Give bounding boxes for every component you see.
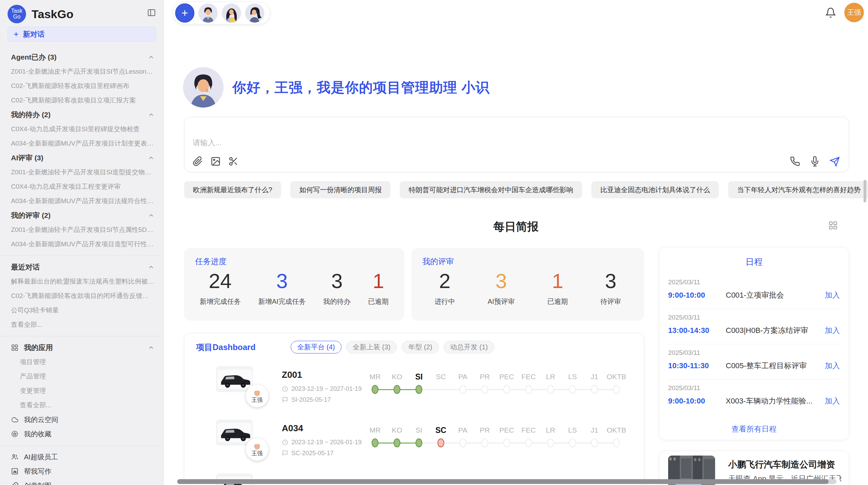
app-item[interactable]: 项目管理 (0, 355, 164, 369)
view-all-schedule-link[interactable]: 查看所有日程 (659, 424, 849, 434)
milestone-label: OKTB (605, 424, 627, 436)
layout-grid-icon[interactable] (828, 221, 838, 230)
suggestion-chip[interactable]: 欧洲新规最近颁布了什么? (184, 181, 281, 198)
sidebar-recent: 最近对话解释最新出台的欧盟报废车法规再生塑料比例被调至15%...C02-飞腾新… (0, 260, 164, 332)
stat: 1已逾期 (547, 269, 568, 306)
recent-chat-item[interactable]: 公司Q3轻卡销量 (0, 303, 164, 318)
join-button[interactable]: 加入 (825, 290, 840, 300)
assistant-avatar (183, 67, 224, 108)
recent-chat-item[interactable]: C02-飞腾新能源轻客改款项目的闭环通告反馈情况 (0, 289, 164, 303)
my-apps-header[interactable]: 我的应用 (0, 340, 164, 355)
daily-brief-header: 每日简报 (164, 219, 868, 233)
cloud-icon (11, 416, 19, 423)
suggestion-chip[interactable]: 如何写一份清晰的项目周报 (290, 181, 390, 198)
suggestion-chip[interactable]: 当下年轻人对汽车外观有怎样的喜好趋势 (728, 181, 868, 198)
schedule-time: 13:00-14:30 (668, 326, 726, 335)
user-avatar[interactable]: 王强 (844, 3, 864, 22)
tool-label: 创意制图 (24, 481, 51, 485)
schedule-event-title: C001-立项审批会 (726, 290, 825, 300)
join-button[interactable]: 加入 (825, 396, 840, 406)
app-item[interactable]: 查看全部... (0, 398, 164, 412)
sidebar-item[interactable]: A034-全新新能源MUV产品开发项目造型可行性评审 (0, 237, 164, 251)
stat-value: 1 (547, 269, 568, 293)
paperclip-icon[interactable] (193, 156, 203, 166)
stat: 3新增AI完成任务 (258, 269, 306, 306)
people-icon (11, 453, 19, 461)
phone-icon[interactable] (790, 156, 800, 166)
sidebar-item[interactable]: A034-全新新能源MUV产品开发项目法规符合性评审 (0, 194, 164, 208)
card-title: 任务进度 (195, 256, 227, 267)
owner-name: 王强 (252, 450, 263, 457)
new-chat-button[interactable]: 新对话 (8, 27, 156, 42)
schedule-row: 13:00-14:30C003|H0B-方案冻结评审加入 (668, 325, 840, 336)
image-icon[interactable] (210, 156, 221, 166)
chevron-up-icon (148, 212, 155, 219)
sidebar-header: Task Go TaskGo (0, 0, 164, 24)
suggestion-chip[interactable]: 特朗普可能对进口汽车增税会对中国车企造成哪些影响 (400, 181, 582, 198)
sidebar-section-header[interactable]: Agent已办 (3) (0, 50, 164, 64)
join-button[interactable]: 加入 (825, 325, 840, 336)
filter-pill[interactable]: 全新上装 (3) (346, 341, 397, 353)
sidebar-collapse-icon[interactable] (147, 8, 156, 17)
milestone-label: PA (452, 371, 474, 383)
notifications-bell-icon[interactable] (825, 7, 836, 18)
sidebar-item[interactable]: C02-飞腾新能源轻客改款项目里程碑画布 (0, 79, 164, 93)
recent-chat-item[interactable]: 解释最新出台的欧盟报废车法规再生塑料比例被调至15%... (0, 274, 164, 289)
sidebar-tool[interactable]: 帮我写作 (0, 464, 164, 478)
sidebar-apps: 我的应用项目管理产品管理变更管理查看全部... (0, 340, 164, 412)
sidebar-item[interactable]: C0X4-动力总成开发项目SI里程碑提交物检查 (0, 122, 164, 136)
filter-pill-active[interactable]: 全新平台 (4) (291, 341, 341, 353)
add-conversation-button[interactable] (175, 3, 194, 23)
filter-pill[interactable]: 年型 (2) (402, 341, 439, 353)
stat-value: 3 (600, 269, 621, 293)
avatar[interactable] (245, 3, 264, 23)
app-logo: Task Go (8, 5, 26, 23)
avatar[interactable] (222, 3, 241, 23)
view-all-chats-link[interactable]: 查看全部... (0, 318, 164, 332)
project-owner-badge: 王强 (246, 385, 268, 407)
clock-icon (282, 386, 288, 392)
sidebar-shortcut[interactable]: 我的收藏 (0, 427, 164, 441)
quill-icon (11, 482, 19, 485)
milestone-dot-pr (481, 438, 488, 447)
section-label: Agent已办 (3) (11, 52, 57, 62)
filter-pill[interactable]: 动总开发 (1) (444, 341, 494, 353)
sidebar-shortcut[interactable]: 我的云空间 (0, 412, 164, 427)
logo-text-bottom: Go (13, 14, 20, 20)
sidebar-item[interactable]: C0X4-动力总成开发项目工程变更评审 (0, 179, 164, 194)
sidebar-tool[interactable]: AI超级员工 (0, 450, 164, 464)
schedule-item: 2025/03/1110:30-11:30C005-整车工程目标评审加入 (668, 344, 840, 379)
sidebar-section-header[interactable]: 我的评审 (2) (0, 208, 164, 223)
sidebar-section-header[interactable]: 我的待办 (2) (0, 108, 164, 122)
milestone-label: FEC (518, 371, 540, 383)
chat-input[interactable] (193, 138, 741, 153)
milestone-dot-fec (525, 438, 532, 447)
project-date-range: 2023-12-19 ~ 2026-01-19 (282, 439, 362, 446)
avatar[interactable] (198, 3, 218, 23)
recent-chats-header[interactable]: 最近对话 (0, 260, 164, 274)
flag-icon (282, 450, 288, 457)
sidebar-item[interactable]: A034-全新新能源MUV产品开发项目计划变更表编写 (0, 136, 164, 151)
stat: 3AI预评审 (488, 269, 515, 306)
suggestion-chip[interactable]: 比亚迪全固态电池计划具体说了什么 (591, 181, 719, 198)
schedule-time: 9:00-10:00 (668, 291, 726, 300)
schedule-date: 2025/03/11 (668, 349, 840, 357)
horizontal-scrollbar-thumb[interactable] (177, 479, 829, 484)
suggestion-chips: 欧洲新规最近颁布了什么?如何写一份清晰的项目周报特朗普可能对进口汽车增税会对中国… (184, 181, 868, 198)
sidebar-tool[interactable]: 创意制图 (0, 478, 164, 485)
sidebar-item[interactable]: Z001-全新燃油皮卡产品开发项目SI节点Lesson Learn报告 (0, 64, 164, 79)
sidebar-item[interactable]: C02-飞腾新能源轻客改款项目立项汇报方案 (0, 93, 164, 108)
app-item[interactable]: 变更管理 (0, 384, 164, 398)
microphone-icon[interactable] (810, 156, 820, 166)
scissors-icon[interactable] (228, 156, 239, 166)
sidebar-item[interactable]: Z001-全新燃油轻卡产品开发项目SI节点属性5D文件评审 (0, 223, 164, 237)
sidebar-section-header[interactable]: AI评审 (3) (0, 151, 164, 165)
vertical-scrollbar-thumb[interactable] (864, 180, 866, 202)
milestone-label: LS (562, 371, 583, 383)
stat-label: 我的待办 (323, 297, 351, 306)
section-label: 最近对话 (11, 262, 40, 272)
join-button[interactable]: 加入 (825, 361, 840, 371)
app-item[interactable]: 产品管理 (0, 369, 164, 384)
sidebar-item[interactable]: Z001-全新燃油轻卡产品开发项目SI造型提交物评审 (0, 165, 164, 179)
send-icon[interactable] (830, 156, 840, 166)
